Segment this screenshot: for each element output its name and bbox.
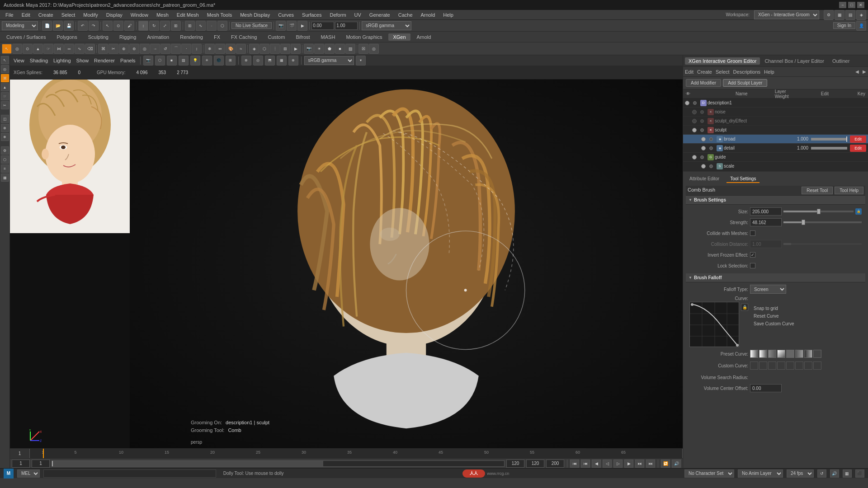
preset-swatch-3[interactable] — [768, 350, 776, 358]
tab-arnold[interactable]: Arnold — [412, 33, 436, 41]
flatten-icon[interactable]: ═ — [64, 44, 74, 54]
fps-select[interactable]: 24 fps — [787, 469, 814, 478]
isolate-icon[interactable]: ◎ — [369, 44, 379, 54]
menu-deform[interactable]: Deform — [326, 11, 349, 19]
rotate-tool-btn[interactable]: ↻ — [149, 21, 159, 31]
workspace-icon-2[interactable]: ▦ — [835, 10, 844, 20]
menu-mesh-display[interactable]: Mesh Display — [236, 11, 274, 19]
vp-menu-view[interactable]: View — [12, 58, 26, 63]
size-slider[interactable] — [783, 211, 854, 212]
pinch-icon[interactable]: ⋈ — [54, 44, 64, 54]
menu-generate[interactable]: Generate — [366, 11, 394, 19]
layer-row-guide[interactable]: G guide — [683, 153, 868, 162]
vp-menu-show[interactable]: Show — [75, 58, 91, 63]
rp-menu-create[interactable]: Create — [697, 69, 712, 75]
menu-display[interactable]: Display — [103, 11, 126, 19]
camera2-icon[interactable]: 📷 — [304, 44, 314, 54]
menu-mesh-tools[interactable]: Mesh Tools — [203, 11, 236, 19]
prev-key-btn[interactable]: ⏮ — [581, 460, 590, 468]
menu-curves[interactable]: Curves — [274, 11, 297, 19]
layer-row-broad[interactable]: ◈ broad 1.000 Edit — [683, 135, 868, 144]
collide-check[interactable] — [750, 230, 755, 236]
vp-menu-panels[interactable]: Panels — [118, 58, 137, 63]
menu-cache[interactable]: Cache — [395, 11, 416, 19]
maximize-button[interactable]: □ — [848, 2, 855, 8]
step-back-btn[interactable]: ◀ — [592, 460, 601, 468]
flood-icon[interactable]: ≈ — [236, 44, 246, 54]
full-range-end[interactable] — [526, 460, 544, 468]
open-file-btn[interactable]: 📂 — [53, 21, 63, 31]
layer-vis-description1[interactable] — [685, 101, 689, 105]
snap-grid-btn[interactable]: ⊞ — [185, 21, 195, 31]
invert-frozen-check[interactable] — [750, 252, 755, 258]
layer-vis-dry[interactable] — [692, 119, 697, 123]
strength-slider-thumb[interactable] — [802, 220, 805, 225]
rp-tab-channelbox[interactable]: Channel Box / Layer Editor — [761, 57, 827, 65]
vp-icon-1[interactable]: 📷 — [143, 56, 153, 66]
menu-modify[interactable]: Modify — [80, 11, 101, 19]
brush-settings-header[interactable]: ▼ Brush Settings — [686, 196, 865, 205]
workspace-icon-4[interactable]: ◈ — [856, 10, 866, 20]
guide-icon[interactable]: ⊕ — [119, 44, 129, 54]
move-tool-btn[interactable]: ↕ — [138, 21, 148, 31]
vp-icon-7[interactable]: 🌑 — [214, 56, 224, 66]
rp-menu-descriptions[interactable]: Descriptions — [733, 69, 761, 75]
render-btn[interactable]: 🎬 — [287, 21, 297, 31]
generate2-icon[interactable]: ⊞ — [280, 44, 290, 54]
size-input[interactable] — [750, 207, 782, 216]
layer-row-detail[interactable]: ◈ detail 1.000 Edit — [683, 144, 868, 153]
falloff-type-select[interactable]: Screen — [750, 285, 786, 294]
select-tool-btn[interactable]: ↖ — [103, 21, 113, 31]
paint-mode-btn[interactable]: ◎ — [1, 65, 9, 73]
vp-icon-6[interactable]: ☀ — [202, 56, 212, 66]
rp-tab-outliner[interactable]: Outliner — [829, 57, 854, 65]
workspace-select[interactable]: XGen - Interactive Groom — [754, 10, 819, 19]
vp-icon-9[interactable]: ⊗ — [241, 56, 251, 66]
command-lang-select[interactable]: MEL Python — [17, 469, 40, 478]
tab-curves-surfaces[interactable]: Curves / Surfaces — [2, 33, 50, 41]
workspace-icon-3[interactable]: ▤ — [845, 10, 855, 20]
paint-fx-icon[interactable]: 🎨 — [226, 44, 236, 54]
vp-preset-btn[interactable]: ▦ — [843, 469, 852, 478]
go-end-btn[interactable]: ⏭ — [646, 460, 655, 468]
layer-row-sculpt[interactable]: ✕ sculpt — [683, 126, 868, 135]
density-icon[interactable]: ⋮ — [270, 44, 280, 54]
vp-icon-8[interactable]: ⊞ — [226, 56, 236, 66]
tool-settings-tab[interactable]: Tool Settings — [726, 175, 760, 183]
custom-swatch-5[interactable] — [786, 361, 794, 370]
menu-select[interactable]: Select — [58, 11, 79, 19]
undo-btn[interactable]: ↶ — [78, 21, 88, 31]
brush-falloff-header[interactable]: ▼ Brush Falloff — [686, 273, 865, 282]
collision-dist-slider[interactable] — [783, 243, 862, 245]
play-back-btn[interactable]: ◁ — [603, 460, 612, 468]
preset-swatch-2[interactable] — [759, 350, 767, 358]
sign-in-btn[interactable]: Sign In — [833, 22, 855, 29]
show-guide-icon[interactable]: ◈ — [249, 44, 259, 54]
vp-icon-11[interactable]: ⬒ — [265, 56, 275, 66]
playhead[interactable] — [43, 449, 44, 458]
timeline-ruler[interactable]: 1 5 10 15 20 25 30 35 40 45 50 55 60 65 — [30, 449, 683, 458]
reset-curve-btn[interactable]: Reset Curve — [751, 313, 797, 319]
mode-select[interactable]: Modeling — [2, 21, 38, 30]
rp-menu-edit[interactable]: Edit — [685, 69, 693, 75]
preset-swatch-5[interactable] — [786, 350, 794, 358]
next-key-btn[interactable]: ⏭ — [635, 460, 644, 468]
play-fwd-btn[interactable]: ▷ — [613, 460, 623, 468]
coord-y-input[interactable] — [335, 22, 358, 30]
scale-tool-btn[interactable]: ⤢ — [160, 21, 170, 31]
tab-sculpting[interactable]: Sculpting — [84, 33, 113, 41]
table-mode-btn[interactable]: ▦ — [1, 174, 9, 182]
tab-mash[interactable]: MASH — [316, 33, 340, 41]
size-slider-thumb[interactable] — [817, 209, 821, 214]
character-set-select[interactable]: No Character Set — [684, 469, 734, 478]
tool-help-btn[interactable]: Tool Help — [835, 187, 863, 194]
paint-tool-btn[interactable]: 🖌 — [124, 21, 134, 31]
volume-center-input[interactable] — [750, 384, 782, 392]
grab-mode-btn[interactable]: ☞ — [1, 92, 9, 100]
layer-lock-guide[interactable] — [700, 155, 704, 159]
preset-swatch-1[interactable] — [750, 350, 758, 358]
direct-icon[interactable]: → — [150, 44, 160, 54]
tab-fx[interactable]: FX — [209, 33, 225, 41]
workspace-icon-1[interactable]: ⚙ — [824, 10, 834, 20]
guide-mode-btn[interactable]: ⊕ — [1, 124, 9, 132]
